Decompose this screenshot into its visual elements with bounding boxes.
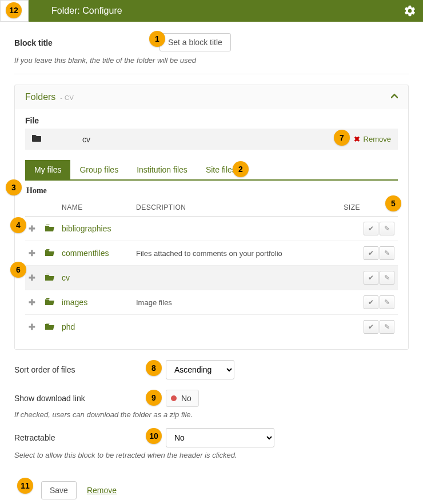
- select-button[interactable]: ✔: [364, 295, 378, 309]
- folder-open-icon: [45, 274, 55, 283]
- download-toggle-label: No: [181, 394, 191, 403]
- folder-desc: Image files: [136, 298, 172, 307]
- set-block-title-button[interactable]: Set a block title: [159, 33, 231, 51]
- block-title-help: If you leave this blank, the title of th…: [14, 56, 409, 65]
- folders-panel-header[interactable]: Folders - CV: [15, 85, 408, 109]
- table-row: ✚ bibliographies ✔✎: [25, 217, 398, 241]
- callout-3: 3: [6, 179, 22, 195]
- folder-link[interactable]: commentfiles: [62, 249, 109, 258]
- table-row: ✚ phd ✔✎: [25, 315, 398, 339]
- file-heading: File: [25, 116, 398, 125]
- remove-file-button[interactable]: ✖ Remove: [354, 135, 391, 143]
- folder-icon: [32, 134, 42, 144]
- table-row: ✚ images Image files ✔✎: [25, 290, 398, 315]
- save-button[interactable]: Save: [41, 481, 77, 499]
- expand-icon[interactable]: ✚: [29, 298, 35, 307]
- folder-desc: Files attached to comments on your portf…: [136, 249, 282, 258]
- download-help: If checked, users can download the folde…: [14, 410, 409, 419]
- tab-group-files[interactable]: Group files: [70, 160, 127, 179]
- download-label: Show download link: [14, 394, 166, 403]
- selected-file-name: cv: [82, 135, 90, 144]
- files-table: NAME DESCRIPTION SIZE ✚ bibliographies ✔…: [25, 199, 398, 339]
- expand-icon[interactable]: ✚: [29, 224, 35, 233]
- folder-open-icon: [45, 249, 55, 258]
- folders-panel: Folders - CV File cv ✖ Remove: [14, 85, 409, 350]
- callout-4: 4: [10, 217, 26, 233]
- sort-select[interactable]: Ascending: [166, 360, 234, 379]
- folder-open-icon: [45, 323, 55, 332]
- folders-panel-subtitle: - CV: [60, 94, 74, 101]
- retract-select[interactable]: No: [166, 428, 274, 447]
- callout-11: 11: [17, 478, 33, 494]
- expand-icon[interactable]: ✚: [29, 322, 35, 331]
- folder-open-icon: [45, 225, 55, 234]
- download-toggle[interactable]: No: [166, 390, 199, 407]
- col-name: NAME: [58, 199, 133, 217]
- select-button[interactable]: ✔: [364, 246, 378, 260]
- sort-label: Sort order of files: [14, 365, 166, 374]
- tab-my-files[interactable]: My files: [25, 160, 70, 179]
- edit-button[interactable]: ✎: [380, 222, 394, 235]
- expand-icon[interactable]: ✚: [29, 273, 35, 282]
- callout-12: 12: [6, 2, 22, 18]
- folder-link[interactable]: images: [62, 298, 87, 307]
- tab-institution-files[interactable]: Institution files: [127, 160, 197, 179]
- breadcrumb: Home: [25, 181, 398, 199]
- selected-file-row: cv ✖ Remove 7: [25, 129, 398, 150]
- select-button[interactable]: ✔: [364, 222, 378, 235]
- table-row: ✚ commentfiles Files attached to comment…: [25, 241, 398, 266]
- remove-block-link[interactable]: Remove: [87, 486, 117, 495]
- expand-icon[interactable]: ✚: [29, 249, 35, 258]
- callout-5: 5: [385, 195, 401, 211]
- folder-open-icon: [45, 298, 55, 307]
- callout-10: 10: [146, 428, 162, 444]
- folder-link[interactable]: cv: [62, 273, 70, 282]
- retract-label: Retractable: [14, 433, 166, 442]
- callout-2: 2: [233, 161, 249, 177]
- edit-button[interactable]: ✎: [380, 320, 394, 334]
- edit-button[interactable]: ✎: [380, 295, 394, 309]
- file-tabs: My files Group files Institution files S…: [25, 160, 398, 181]
- callout-8: 8: [146, 360, 162, 376]
- chevron-up-icon: [391, 93, 398, 102]
- modal-header: Folder: Configure: [0, 0, 423, 22]
- status-dot-off-icon: [171, 395, 177, 401]
- table-row: ✚ cv ✔✎: [25, 266, 398, 290]
- divider: [14, 74, 409, 74]
- select-button[interactable]: ✔: [364, 271, 378, 285]
- callout-9: 9: [146, 390, 162, 406]
- folder-link[interactable]: phd: [62, 322, 75, 331]
- edit-button[interactable]: ✎: [380, 246, 394, 260]
- callout-7: 7: [334, 130, 350, 146]
- col-description: DESCRIPTION: [133, 199, 340, 217]
- callout-1: 1: [149, 31, 165, 47]
- modal-title: Folder: Configure: [51, 6, 122, 16]
- settings-gears-icon: [404, 5, 416, 19]
- callout-6: 6: [10, 262, 26, 278]
- select-button[interactable]: ✔: [364, 320, 378, 334]
- remove-file-label: Remove: [364, 135, 391, 143]
- folders-panel-title: Folders: [25, 92, 55, 102]
- remove-x-icon: ✖: [354, 135, 360, 143]
- folder-link[interactable]: bibliographies: [62, 224, 111, 233]
- edit-button[interactable]: ✎: [380, 271, 394, 285]
- retract-help: Select to allow this block to be retract…: [14, 451, 409, 459]
- block-title-label: Block title: [14, 38, 157, 47]
